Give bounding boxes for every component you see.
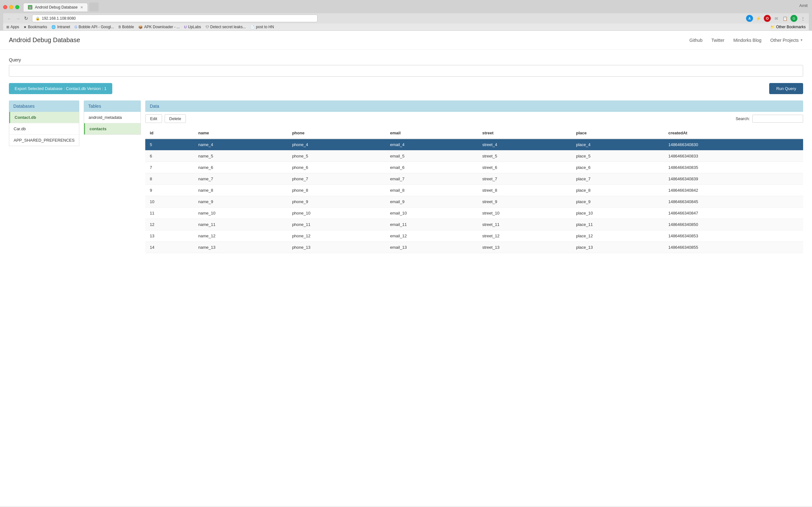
cell-createdAt: 1486466340842 bbox=[664, 185, 803, 196]
col-name: name bbox=[194, 127, 288, 139]
cell-street: street_5 bbox=[478, 151, 571, 162]
minimize-button[interactable] bbox=[9, 5, 13, 9]
search-input[interactable] bbox=[752, 115, 803, 123]
traffic-lights[interactable] bbox=[3, 5, 19, 9]
nav-buttons: ← → ↻ bbox=[6, 15, 30, 22]
cell-email: email_13 bbox=[386, 242, 478, 253]
bookmark-apps-label: Apps bbox=[10, 25, 19, 29]
cell-id: 8 bbox=[145, 173, 194, 185]
export-button[interactable]: Export Selected Database : Contact.db Ve… bbox=[9, 83, 112, 94]
cell-id: 12 bbox=[145, 219, 194, 230]
bookmark-intranet[interactable]: 🌐 Intranet bbox=[51, 25, 70, 29]
bookmark-post-hn[interactable]: 📄 post to HN bbox=[250, 25, 274, 29]
col-createdat: createdAt bbox=[664, 127, 803, 139]
bookmark-detect-leaks-label: Detect secret leaks... bbox=[210, 25, 246, 29]
cell-createdAt: 1486466340847 bbox=[664, 208, 803, 219]
url-bar-row: ← → ↻ 🔒 192.168.1.108:8080 A ⚡ O ✉ 📋 G ⋮ bbox=[3, 13, 809, 23]
nav-twitter[interactable]: Twitter bbox=[711, 38, 724, 43]
cell-place: place_5 bbox=[571, 151, 664, 162]
table-row[interactable]: 13name_12phone_12email_12street_12place_… bbox=[145, 230, 803, 242]
bookmark-apk[interactable]: 📦 APK Downloader - ... bbox=[138, 25, 180, 29]
cell-phone: phone_8 bbox=[288, 185, 386, 196]
grammarly-icon[interactable]: G bbox=[791, 15, 798, 22]
table-row[interactable]: 14name_13phone_13email_13street_13place_… bbox=[145, 242, 803, 253]
bookmark-detect-leaks[interactable]: 🛡 Detect secret leaks... bbox=[206, 25, 246, 29]
app-wrapper: Android Debug Database Github Twitter Mi… bbox=[0, 31, 812, 506]
app-nav: Android Debug Database Github Twitter Mi… bbox=[0, 31, 812, 50]
col-email: email bbox=[386, 127, 478, 139]
bookmark-bobble[interactable]: B Bobble bbox=[119, 25, 134, 29]
active-tab[interactable]: 🤖 Android Debug Database ✕ bbox=[23, 3, 88, 11]
cell-email: email_7 bbox=[386, 173, 478, 185]
new-tab-button[interactable] bbox=[89, 3, 99, 11]
nav-github[interactable]: Github bbox=[689, 38, 702, 43]
nav-mindorks-blog[interactable]: Mindorks Blog bbox=[733, 38, 762, 43]
extension-icon-2[interactable]: ⚡ bbox=[755, 15, 762, 22]
mail-icon[interactable]: ✉ bbox=[773, 15, 780, 22]
query-input[interactable] bbox=[9, 65, 803, 77]
cell-name: name_12 bbox=[194, 230, 288, 242]
bookmark-bobble-api[interactable]: G Bobble API - Googl... bbox=[74, 25, 114, 29]
bookmark-bookmarks-label: Bookmarks bbox=[28, 25, 47, 29]
cell-phone: phone_4 bbox=[288, 139, 386, 151]
database-item-contact[interactable]: Contact.db bbox=[9, 112, 79, 123]
table-row[interactable]: 11name_10phone_10email_10street_10place_… bbox=[145, 208, 803, 219]
table-row[interactable]: 10name_9phone_9email_9street_9place_9148… bbox=[145, 196, 803, 208]
bookmark-uplabs[interactable]: U UpLabs bbox=[184, 25, 201, 29]
cell-createdAt: 1486466340830 bbox=[664, 139, 803, 151]
cell-street: street_11 bbox=[478, 219, 571, 230]
table-item-android-metadata[interactable]: android_metadata bbox=[84, 112, 141, 123]
bookmark-intranet-label: Intranet bbox=[57, 25, 70, 29]
cell-place: place_11 bbox=[571, 219, 664, 230]
cell-name: name_11 bbox=[194, 219, 288, 230]
table-row[interactable]: 6name_5phone_5email_5street_5place_51486… bbox=[145, 151, 803, 162]
cell-street: street_7 bbox=[478, 173, 571, 185]
table-row[interactable]: 7name_6phone_6email_6street_6place_61486… bbox=[145, 162, 803, 173]
col-phone: phone bbox=[288, 127, 386, 139]
cell-street: street_12 bbox=[478, 230, 571, 242]
database-item-app-prefs[interactable]: APP_SHARED_PREFERENCES bbox=[9, 135, 79, 146]
extension-icon-3[interactable]: 📋 bbox=[781, 15, 789, 22]
menu-icon[interactable]: ⋮ bbox=[799, 15, 806, 22]
edit-button[interactable]: Edit bbox=[145, 114, 162, 123]
database-item-car[interactable]: Car.db bbox=[9, 123, 79, 135]
tab-favicon: 🤖 bbox=[28, 5, 32, 9]
cell-place: place_12 bbox=[571, 230, 664, 242]
cell-email: email_5 bbox=[386, 151, 478, 162]
maximize-button[interactable] bbox=[15, 5, 19, 9]
delete-button[interactable]: Delete bbox=[165, 114, 186, 123]
cell-phone: phone_7 bbox=[288, 173, 386, 185]
cell-street: street_10 bbox=[478, 208, 571, 219]
cell-createdAt: 1486466340839 bbox=[664, 173, 803, 185]
url-input[interactable]: 🔒 192.168.1.108:8080 bbox=[32, 14, 317, 22]
bookmark-bookmarks[interactable]: ★ Bookmarks bbox=[23, 25, 47, 29]
cell-street: street_9 bbox=[478, 196, 571, 208]
run-query-button[interactable]: Run Query bbox=[769, 83, 803, 94]
extension-icon-1[interactable]: A bbox=[746, 15, 753, 22]
close-button[interactable] bbox=[3, 5, 7, 9]
other-bookmarks[interactable]: 📁 Other Bookmarks bbox=[770, 25, 806, 29]
main-content: Query Export Selected Database : Contact… bbox=[0, 50, 812, 261]
chevron-down-icon: ▼ bbox=[800, 38, 803, 42]
cell-place: place_6 bbox=[571, 162, 664, 173]
search-label: Search: bbox=[735, 116, 750, 121]
columns-row: Databases Contact.db Car.db APP_SHARED_P… bbox=[9, 101, 803, 253]
cell-name: name_13 bbox=[194, 242, 288, 253]
tab-close-button[interactable]: ✕ bbox=[80, 5, 83, 9]
refresh-button[interactable]: ↻ bbox=[23, 15, 30, 22]
table-row[interactable]: 9name_8phone_8email_8street_8place_81486… bbox=[145, 185, 803, 196]
back-button[interactable]: ← bbox=[6, 15, 13, 22]
table-item-contacts[interactable]: contacts bbox=[84, 123, 141, 134]
nav-other-projects[interactable]: Other Projects ▼ bbox=[770, 38, 803, 43]
cell-phone: phone_12 bbox=[288, 230, 386, 242]
forward-button[interactable]: → bbox=[14, 15, 21, 22]
table-row[interactable]: 8name_7phone_7email_7street_7place_71486… bbox=[145, 173, 803, 185]
tab-title: Android Debug Database bbox=[35, 5, 78, 9]
cell-email: email_11 bbox=[386, 219, 478, 230]
cell-createdAt: 1486466340833 bbox=[664, 151, 803, 162]
cell-place: place_7 bbox=[571, 173, 664, 185]
table-row[interactable]: 12name_11phone_11email_11street_11place_… bbox=[145, 219, 803, 230]
opera-icon[interactable]: O bbox=[764, 15, 771, 22]
table-row[interactable]: 5name_4phone_4email_4street_4place_41486… bbox=[145, 139, 803, 151]
bookmark-apps[interactable]: ⊞ Apps bbox=[6, 25, 19, 29]
